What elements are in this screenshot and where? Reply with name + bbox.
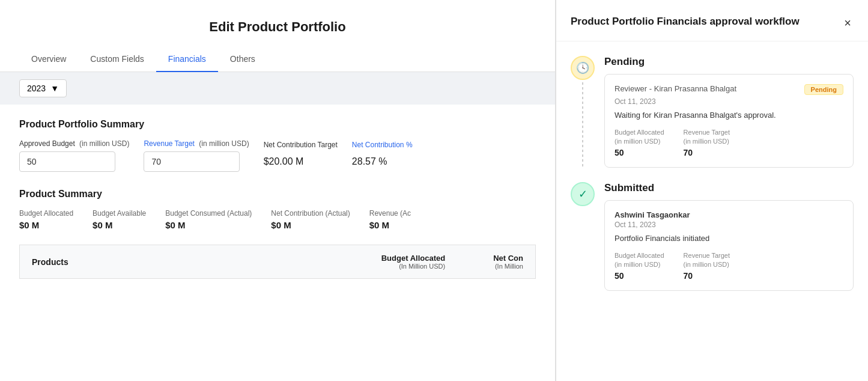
workflow-step-pending: 🕓 Pending Reviewer - Kiran Prasanna Bhal… — [571, 56, 854, 168]
tab-financials[interactable]: Financials — [156, 47, 218, 72]
portfolio-summary-section: Product Portfolio Summary Approved Budge… — [19, 119, 536, 172]
summary-label-1: Budget Available — [93, 209, 146, 218]
summary-col-4: Revenue (Ac $0 M — [369, 209, 411, 230]
step-content-pending: Pending Reviewer - Kiran Prasanna Bhalga… — [604, 56, 854, 168]
pending-card-top: Reviewer - Kiran Prasanna Bhalgat Pendin… — [615, 84, 843, 95]
tab-others[interactable]: Others — [218, 47, 267, 72]
net-col-label: Net Con (In Million — [493, 254, 523, 270]
reviewer-name: Reviewer - Kiran Prasanna Bhalgat — [615, 84, 736, 93]
products-table-header: Products Budget Allocated (In Million US… — [19, 245, 536, 279]
pending-date: Oct 11, 2023 — [615, 97, 843, 106]
submitted-revenue-metric: Revenue Target (in million USD) 70 — [684, 251, 730, 281]
summary-col-3: Net Contribution (Actual) $0 M — [271, 209, 350, 230]
submitted-budget-value: 50 — [615, 271, 664, 281]
summary-row: Budget Allocated $0 M Budget Available $… — [19, 209, 536, 230]
workflow-panel-header: Product Portfolio Financials approval wo… — [556, 0, 868, 41]
summary-value-4: $0 M — [369, 220, 411, 230]
submitter-name: Ashwini Tasgaonkar — [615, 210, 843, 219]
step-icon-col-submitted: ✓ — [571, 182, 595, 291]
pending-budget-value: 50 — [615, 148, 664, 157]
workflow-step-submitted: ✓ Submitted Ashwini Tasgaonkar Oct 11, 2… — [571, 182, 854, 291]
submitted-budget-metric: Budget Allocated (in million USD) 50 — [615, 251, 664, 281]
revenue-target-field: Revenue Target (in million USD) — [144, 139, 249, 172]
revenue-target-label: Revenue Target (in million USD) — [144, 139, 249, 148]
summary-col-2: Budget Consumed (Actual) $0 M — [165, 209, 252, 230]
submitted-icon: ✓ — [571, 182, 595, 206]
summary-label-4: Revenue (Ac — [369, 209, 411, 218]
tab-custom-fields[interactable]: Custom Fields — [78, 47, 156, 72]
submitted-budget-label: Budget Allocated (in million USD) — [615, 251, 664, 270]
year-selector-area: 2023 ▼ — [0, 72, 555, 105]
net-contribution-percent-label: Net Contribution % — [352, 141, 413, 149]
pending-revenue-value: 70 — [684, 148, 730, 157]
approved-budget-input[interactable] — [19, 151, 115, 172]
content-area: Product Portfolio Summary Approved Budge… — [0, 105, 555, 293]
step-icon-col-pending: 🕓 — [571, 56, 595, 168]
submitted-step-label: Submitted — [604, 182, 854, 194]
pending-budget-label: Budget Allocated (in million USD) — [615, 128, 664, 147]
tabs-bar: Overview Custom Fields Financials Others — [0, 47, 555, 72]
summary-value-3: $0 M — [271, 220, 350, 230]
page-title: Edit Product Portfolio — [0, 19, 555, 35]
chevron-down-icon: ▼ — [50, 84, 59, 93]
tab-overview[interactable]: Overview — [19, 47, 78, 72]
budget-col-label: Budget Allocated (In Million USD) — [381, 254, 445, 270]
pending-revenue-metric: Revenue Target (in million USD) 70 — [684, 128, 730, 157]
pending-metrics: Budget Allocated (in million USD) 50 Rev… — [615, 128, 843, 157]
approved-budget-label: Approved Budget (in million USD) — [19, 139, 129, 148]
submitted-metrics: Budget Allocated (in million USD) 50 Rev… — [615, 251, 843, 281]
approved-budget-field: Approved Budget (in million USD) — [19, 139, 129, 172]
submitted-date: Oct 11, 2023 — [615, 221, 843, 229]
submitted-message: Portfolio Financials initiated — [615, 234, 843, 243]
revenue-target-input[interactable] — [144, 151, 240, 172]
net-contribution-target-label: Net Contribution Target — [264, 141, 338, 149]
year-value: 2023 — [27, 84, 46, 93]
summary-value-1: $0 M — [93, 220, 146, 230]
summary-label-0: Budget Allocated — [19, 209, 73, 218]
product-summary-section: Product Summary Budget Allocated $0 M Bu… — [19, 189, 536, 230]
net-contribution-percent: Net Contribution % 28.57 % — [352, 141, 413, 172]
left-panel: Edit Product Portfolio Overview Custom F… — [0, 0, 556, 381]
pending-badge: Pending — [804, 84, 843, 95]
check-icon: ✓ — [578, 187, 587, 201]
pending-step-card: Reviewer - Kiran Prasanna Bhalgat Pendin… — [604, 74, 854, 168]
net-contribution-target: Net Contribution Target $20.00 M — [264, 141, 338, 172]
workflow-content: 🕓 Pending Reviewer - Kiran Prasanna Bhal… — [556, 41, 868, 320]
submitted-revenue-value: 70 — [684, 271, 730, 281]
summary-label-3: Net Contribution (Actual) — [271, 209, 350, 218]
pending-message: Waiting for Kiran Prasanna Bhalgat's app… — [615, 111, 843, 120]
fields-row: Approved Budget (in million USD) Revenue… — [19, 139, 536, 172]
workflow-title: Product Portfolio Financials approval wo… — [571, 14, 800, 29]
net-contribution-percent-value: 28.57 % — [352, 151, 413, 172]
step-connector-line — [582, 82, 583, 168]
products-col-label: Products — [32, 257, 68, 267]
net-contribution-target-value: $20.00 M — [264, 151, 338, 172]
year-dropdown[interactable]: 2023 ▼ — [19, 79, 67, 97]
pending-icon: 🕓 — [571, 56, 595, 80]
product-summary-title: Product Summary — [19, 189, 536, 200]
pending-budget-metric: Budget Allocated (in million USD) 50 — [615, 128, 664, 157]
pending-revenue-label: Revenue Target (in million USD) — [684, 128, 730, 147]
pending-step-label: Pending — [604, 56, 854, 68]
summary-col-1: Budget Available $0 M — [93, 209, 146, 230]
right-panel: Product Portfolio Financials approval wo… — [556, 0, 868, 381]
close-button[interactable]: × — [842, 14, 854, 31]
summary-col-0: Budget Allocated $0 M — [19, 209, 73, 230]
clock-icon: 🕓 — [576, 61, 589, 75]
summary-label-2: Budget Consumed (Actual) — [165, 209, 252, 218]
submitted-step-card: Ashwini Tasgaonkar Oct 11, 2023 Portfoli… — [604, 200, 854, 291]
step-content-submitted: Submitted Ashwini Tasgaonkar Oct 11, 202… — [604, 182, 854, 291]
summary-value-0: $0 M — [19, 220, 73, 230]
page-title-area: Edit Product Portfolio — [0, 0, 555, 47]
submitted-revenue-label: Revenue Target (in million USD) — [684, 251, 730, 270]
summary-value-2: $0 M — [165, 220, 252, 230]
portfolio-summary-title: Product Portfolio Summary — [19, 119, 536, 130]
